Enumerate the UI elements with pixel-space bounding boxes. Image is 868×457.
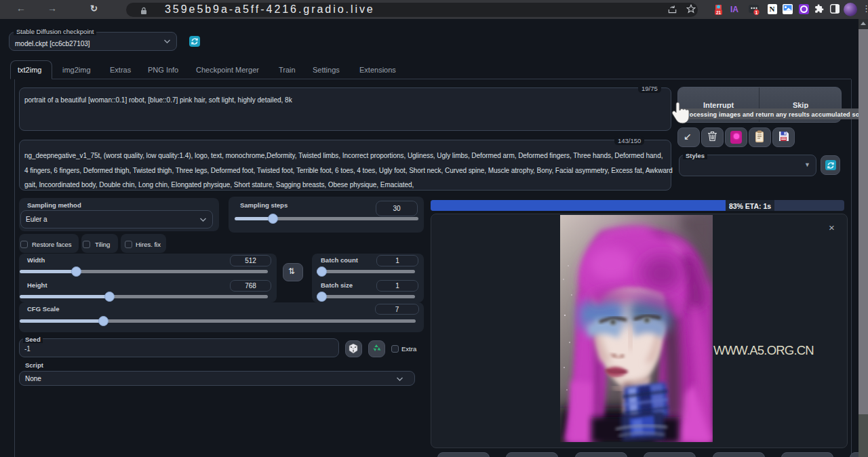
svg-text:1: 1 [755, 10, 758, 15]
svg-text:21: 21 [716, 10, 722, 15]
